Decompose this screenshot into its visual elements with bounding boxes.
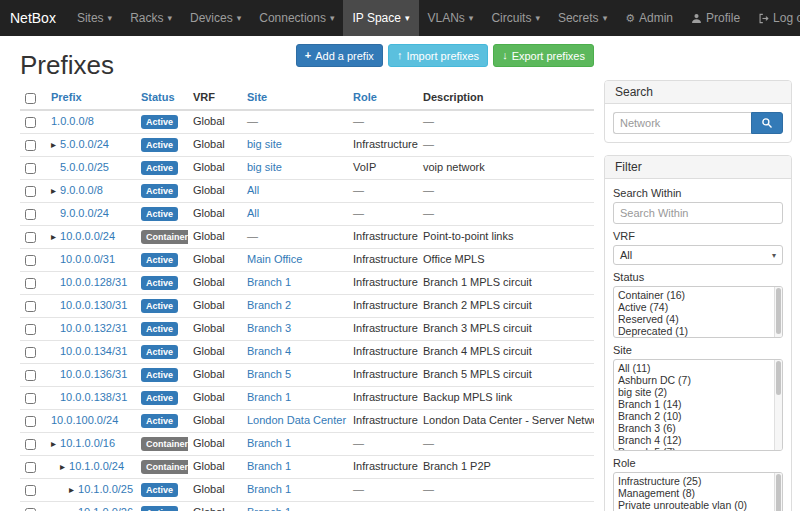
row-checkbox[interactable] bbox=[25, 140, 36, 151]
prefix-link[interactable]: 9.0.0.0/8 bbox=[60, 184, 103, 196]
site-link[interactable]: Main Office bbox=[247, 253, 302, 265]
prefix-link[interactable]: 10.0.0.130/31 bbox=[60, 299, 127, 311]
site-link[interactable]: Branch 1 bbox=[247, 437, 291, 449]
site-link[interactable]: All bbox=[247, 184, 259, 196]
scrollbar[interactable] bbox=[774, 473, 782, 511]
listbox-option[interactable]: big site (2) bbox=[614, 386, 782, 398]
add-a-prefix-button[interactable]: +Add a prefix bbox=[296, 44, 383, 67]
row-checkbox[interactable] bbox=[25, 278, 36, 289]
row-checkbox[interactable] bbox=[25, 301, 36, 312]
prefix-link[interactable]: 9.0.0.0/24 bbox=[60, 207, 109, 219]
nav-item-vlans[interactable]: VLANs▾ bbox=[419, 0, 483, 36]
prefix-link[interactable]: 10.1.0.0/25 bbox=[78, 483, 133, 495]
site-link[interactable]: Branch 2 bbox=[247, 299, 291, 311]
prefix-link[interactable]: 1.0.0.0/8 bbox=[51, 115, 94, 127]
col-header-prefix[interactable]: Prefix bbox=[46, 86, 136, 110]
status-listbox[interactable]: Container (16)Active (74)Reserved (4)Dep… bbox=[613, 286, 783, 338]
prefix-link[interactable]: 5.0.0.0/24 bbox=[60, 138, 109, 150]
listbox-option[interactable]: Container (16) bbox=[614, 289, 782, 301]
log-out-link[interactable]: Log out bbox=[749, 0, 800, 36]
row-checkbox[interactable] bbox=[25, 485, 36, 496]
profile-link[interactable]: Profile bbox=[682, 0, 749, 36]
nav-item-ip-space[interactable]: IP Space▾ bbox=[343, 0, 418, 36]
app-logo[interactable]: NetBox bbox=[8, 0, 68, 36]
listbox-option[interactable]: Management (8) bbox=[614, 487, 782, 499]
listbox-option[interactable]: Ashburn DC (7) bbox=[614, 374, 782, 386]
listbox-option[interactable]: Infrastructure (25) bbox=[614, 475, 782, 487]
prefix-link[interactable]: 10.1.0.0/26 bbox=[78, 506, 133, 511]
col-header-role[interactable]: Role bbox=[348, 86, 418, 110]
prefix-link[interactable]: 10.0.0.0/31 bbox=[60, 253, 115, 265]
listbox-option[interactable]: Branch 3 (6) bbox=[614, 422, 782, 434]
prefix-link[interactable]: 10.0.0.136/31 bbox=[60, 368, 127, 380]
prefix-link[interactable]: 10.1.0.0/24 bbox=[69, 460, 124, 472]
prefix-link[interactable]: 10.0.100.0/24 bbox=[51, 414, 118, 426]
listbox-option[interactable]: Deprecated (1) bbox=[614, 325, 782, 337]
site-link[interactable]: London Data Center bbox=[247, 414, 346, 426]
row-checkbox[interactable] bbox=[25, 117, 36, 128]
nav-item-racks[interactable]: Racks▾ bbox=[121, 0, 181, 36]
row-checkbox[interactable] bbox=[25, 163, 36, 174]
site-cell: Branch 1 bbox=[242, 478, 348, 501]
prefix-link[interactable]: 10.0.0.134/31 bbox=[60, 345, 127, 357]
nav-item-connections[interactable]: Connections▾ bbox=[250, 0, 343, 36]
col-header-status[interactable]: Status bbox=[136, 86, 188, 110]
nav-item-devices[interactable]: Devices▾ bbox=[181, 0, 250, 36]
scrollbar[interactable] bbox=[774, 287, 782, 337]
prefix-link[interactable]: 10.0.0.138/31 bbox=[60, 391, 127, 403]
prefix-link[interactable]: 10.0.0.132/31 bbox=[60, 322, 127, 334]
site-link[interactable]: Branch 1 bbox=[247, 391, 291, 403]
nav-item-circuits[interactable]: Circuits▾ bbox=[482, 0, 549, 36]
prefix-link[interactable]: 10.0.0.128/31 bbox=[60, 276, 127, 288]
row-checkbox[interactable] bbox=[25, 209, 36, 220]
site-link[interactable]: big site bbox=[247, 138, 282, 150]
role-listbox[interactable]: Infrastructure (25)Management (8)Private… bbox=[613, 472, 783, 511]
site-link[interactable]: Branch 1 bbox=[247, 506, 291, 511]
site-listbox[interactable]: All (11)Ashburn DC (7)big site (2)Branch… bbox=[613, 359, 783, 451]
site-link[interactable]: Branch 3 bbox=[247, 322, 291, 334]
row-checkbox[interactable] bbox=[25, 255, 36, 266]
site-link[interactable]: Branch 4 bbox=[247, 345, 291, 357]
site-link[interactable]: big site bbox=[247, 161, 282, 173]
site-link[interactable]: Branch 1 bbox=[247, 460, 291, 472]
listbox-option[interactable]: Active (74) bbox=[614, 301, 782, 313]
prefix-link[interactable]: 10.0.0.0/24 bbox=[60, 230, 115, 242]
import-prefixes-button[interactable]: ↑Import prefixes bbox=[388, 44, 488, 67]
row-checkbox[interactable] bbox=[25, 347, 36, 358]
listbox-option[interactable]: Branch 1 (14) bbox=[614, 398, 782, 410]
export-prefixes-button[interactable]: ↓Export prefixes bbox=[493, 44, 594, 67]
site-link[interactable]: Branch 1 bbox=[247, 276, 291, 288]
row-checkbox[interactable] bbox=[25, 393, 36, 404]
search-within-input[interactable] bbox=[613, 202, 783, 224]
listbox-option[interactable]: All (11) bbox=[614, 362, 782, 374]
listbox-option[interactable]: Branch 5 (7) bbox=[614, 446, 782, 451]
search-input[interactable] bbox=[613, 112, 751, 134]
site-link[interactable]: Branch 1 bbox=[247, 483, 291, 495]
nav-item-secrets[interactable]: Secrets▾ bbox=[549, 0, 616, 36]
site-link[interactable]: All bbox=[247, 207, 259, 219]
col-header-site[interactable]: Site bbox=[242, 86, 348, 110]
nav-item-sites[interactable]: Sites▾ bbox=[68, 0, 121, 36]
row-checkbox[interactable] bbox=[25, 370, 36, 381]
listbox-option[interactable]: Reserved (4) bbox=[614, 313, 782, 325]
listbox-option[interactable]: Branch 2 (10) bbox=[614, 410, 782, 422]
prefix-link[interactable]: 10.1.0.0/16 bbox=[60, 437, 115, 449]
vrf-select[interactable]: All▾ bbox=[613, 245, 783, 265]
prefix-link[interactable]: 5.0.0.0/25 bbox=[60, 161, 109, 173]
site-link[interactable]: Branch 5 bbox=[247, 368, 291, 380]
listbox-option[interactable]: Branch 4 (12) bbox=[614, 434, 782, 446]
select-all-checkbox[interactable] bbox=[25, 93, 36, 104]
scrollbar[interactable] bbox=[774, 360, 782, 450]
row-checkbox[interactable] bbox=[25, 416, 36, 427]
listbox-option[interactable]: Private unrouteable vlan (0) bbox=[614, 499, 782, 511]
row-checkbox[interactable] bbox=[25, 186, 36, 197]
admin-link[interactable]: ⚙Admin bbox=[616, 0, 682, 36]
nav-item-label: Circuits bbox=[491, 11, 531, 25]
row-checkbox[interactable] bbox=[25, 232, 36, 243]
row-checkbox[interactable] bbox=[25, 439, 36, 450]
row-checkbox[interactable] bbox=[25, 324, 36, 335]
status-badge: Active bbox=[141, 161, 178, 175]
search-button[interactable] bbox=[751, 112, 783, 134]
row-checkbox[interactable] bbox=[25, 462, 36, 473]
table-row: 10.0.0.130/31ActiveGlobalBranch 2Infrast… bbox=[20, 294, 594, 317]
